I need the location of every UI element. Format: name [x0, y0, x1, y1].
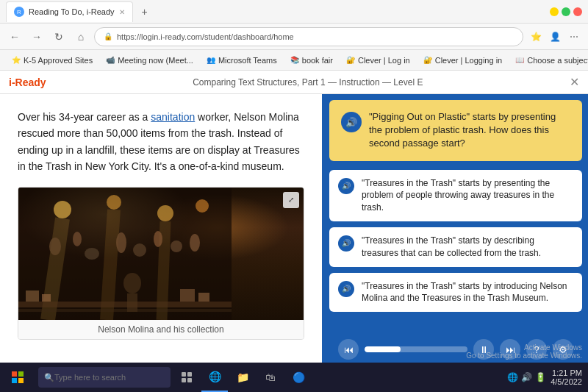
svg-rect-27 — [18, 378, 24, 383]
answer-text-1: "Treasures in the Trash" starts by prese… — [362, 177, 573, 214]
bookmark-icon-iready: 📖 — [515, 56, 524, 64]
svg-point-11 — [116, 232, 126, 253]
back-button[interactable]: ← — [6, 28, 24, 46]
question-panel: 🔊 "Pigging Out on Plastic" starts by pre… — [323, 94, 588, 363]
bookmark-bookfair[interactable]: 📚 book fair — [284, 54, 339, 66]
forward-button[interactable]: → — [28, 28, 46, 46]
svg-point-15 — [190, 234, 200, 252]
reading-image-container: ⤢ Nelson Molina and his collection — [18, 187, 304, 340]
activate-windows-notice: Activate Windows Go to Settings to activ… — [466, 343, 582, 360]
svg-point-1 — [54, 201, 71, 218]
bookmark-teams[interactable]: 👥 Microsoft Teams — [201, 54, 283, 66]
svg-point-2 — [107, 195, 121, 210]
bookmark-icon-clever2: 🔐 — [423, 56, 432, 64]
bookmark-label-bookfair: book fair — [302, 56, 333, 65]
taskbar: 🔍 🌐 📁 🛍 🔵 🌐 🔊 🔋 1:21 PM 4/5/2022 — [0, 363, 588, 392]
progress-bar-fill — [365, 346, 401, 352]
svg-rect-25 — [18, 371, 24, 377]
more-icon[interactable]: ⋯ — [566, 29, 582, 45]
window-minimize-button[interactable] — [550, 7, 559, 16]
question-speaker-icon[interactable]: 🔊 — [341, 112, 362, 132]
bookmark-clever1[interactable]: 🔐 Clever | Log in — [340, 54, 416, 66]
extensions-icon[interactable]: ⭐ — [528, 29, 544, 45]
svg-rect-30 — [182, 378, 186, 382]
bookmark-k5[interactable]: ⭐ K-5 Approved Sites — [6, 54, 98, 66]
answer-speaker-1[interactable]: 🔊 — [338, 178, 354, 194]
answer-speaker-3[interactable]: 🔊 — [338, 281, 354, 297]
svg-rect-21 — [42, 294, 51, 302]
svg-point-16 — [123, 273, 141, 293]
iready-logo: i-Ready — [9, 76, 46, 88]
lesson-close-button[interactable]: ✕ — [570, 75, 579, 89]
bookmark-label-meeting: Meeting now (Meet... — [118, 56, 193, 65]
prev-button[interactable]: ⏮ — [338, 339, 359, 360]
taskbar-time-display: 1:21 PM — [551, 368, 582, 377]
svg-point-13 — [154, 231, 162, 247]
taskbar-task-view[interactable] — [173, 363, 200, 392]
expand-button[interactable]: ⤢ — [283, 192, 299, 208]
svg-rect-19 — [18, 309, 232, 312]
profile-icon[interactable]: 👤 — [547, 29, 563, 45]
svg-point-12 — [133, 243, 146, 257]
bookmark-label-teams: Microsoft Teams — [218, 56, 277, 65]
answer-option-3[interactable]: 🔊 "Treasures in the Trash" starts by int… — [329, 273, 582, 313]
tab-title: Reading To Do, i-Ready — [29, 7, 115, 16]
question-text: "Pigging Out on Plastic" starts by prese… — [369, 110, 570, 151]
lesson-title: Comparing Text Structures, Part 1 — Inst… — [46, 77, 570, 88]
bookmark-icon-bookfair: 📚 — [290, 56, 299, 64]
tab-favicon: R — [14, 7, 24, 17]
answer-speaker-2[interactable]: 🔊 — [338, 235, 354, 252]
lock-icon: 🔒 — [104, 32, 112, 40]
reading-panel: Over his 34-year career as a sanitation … — [0, 94, 323, 363]
reading-image: ⤢ — [18, 188, 304, 320]
progress-bar — [365, 346, 467, 352]
bookmark-label-clever1: Clever | Log in — [358, 56, 410, 65]
sanitation-link[interactable]: sanitation — [151, 111, 195, 123]
image-caption: Nelson Molina and his collection — [18, 320, 304, 339]
bookmark-clever2[interactable]: 🔐 Clever | Logging in — [417, 54, 509, 66]
window-close-button[interactable] — [573, 7, 582, 16]
svg-point-4 — [196, 199, 209, 213]
refresh-button[interactable]: ↻ — [50, 28, 68, 46]
taskbar-search-box[interactable]: 🔍 — [38, 367, 171, 388]
bookmark-icon-teams: 👥 — [207, 56, 215, 64]
taskbar-search-input[interactable] — [54, 373, 165, 382]
svg-point-10 — [85, 248, 99, 260]
svg-rect-28 — [182, 372, 186, 377]
svg-point-3 — [157, 205, 173, 221]
search-icon: 🔍 — [44, 373, 54, 382]
bookmark-meeting[interactable]: 📹 Meeting now (Meet... — [100, 54, 199, 66]
svg-rect-22 — [180, 289, 195, 302]
taskbar-store-icon[interactable]: 🛍 — [257, 363, 284, 392]
browser-tab[interactable]: R Reading To Do, i-Ready ✕ — [6, 1, 133, 22]
svg-rect-18 — [18, 302, 232, 307]
svg-rect-31 — [187, 378, 192, 382]
battery-icon: 🔋 — [535, 372, 546, 382]
bookmark-iready[interactable]: 📖 Choose a subject, i-R... — [509, 54, 588, 66]
svg-rect-23 — [198, 293, 209, 302]
sound-icon[interactable]: 🔊 — [521, 372, 532, 382]
tab-close-button[interactable]: ✕ — [119, 8, 125, 16]
window-maximize-button[interactable] — [562, 7, 570, 16]
bookmark-icon-k5: ⭐ — [12, 56, 21, 64]
taskbar-chrome-icon[interactable]: 🔵 — [285, 363, 312, 392]
svg-rect-24 — [12, 371, 17, 377]
taskbar-right-area: 🌐 🔊 🔋 1:21 PM 4/5/2022 — [507, 368, 588, 386]
taskbar-explorer-icon[interactable]: 📁 — [229, 363, 256, 392]
bookmark-label-k5: K-5 Approved Sites — [24, 56, 93, 65]
bookmark-label-clever2: Clever | Logging in — [435, 56, 503, 65]
start-button[interactable] — [0, 363, 35, 392]
network-icon[interactable]: 🌐 — [507, 372, 518, 382]
url-text: https://login.i-ready.com/student/dashbo… — [117, 32, 294, 41]
answer-option-1[interactable]: 🔊 "Treasures in the Trash" starts by pre… — [329, 170, 582, 221]
question-header: 🔊 "Pigging Out on Plastic" starts by pre… — [329, 100, 582, 161]
activate-line2: Go to Settings to activate Windows. — [466, 352, 582, 360]
address-box[interactable]: 🔒 https://login.i-ready.com/student/dash… — [94, 27, 523, 46]
home-button[interactable]: ⌂ — [72, 28, 90, 46]
taskbar-edge-icon[interactable]: 🌐 — [201, 363, 228, 392]
taskbar-clock[interactable]: 1:21 PM 4/5/2022 — [551, 368, 582, 386]
windows-logo-icon — [12, 371, 24, 383]
iready-header: i-Ready Comparing Text Structures, Part … — [0, 71, 588, 94]
answer-option-2[interactable]: 🔊 "Treasures in the Trash" starts by des… — [329, 227, 582, 267]
new-tab-button[interactable]: + — [136, 3, 154, 21]
